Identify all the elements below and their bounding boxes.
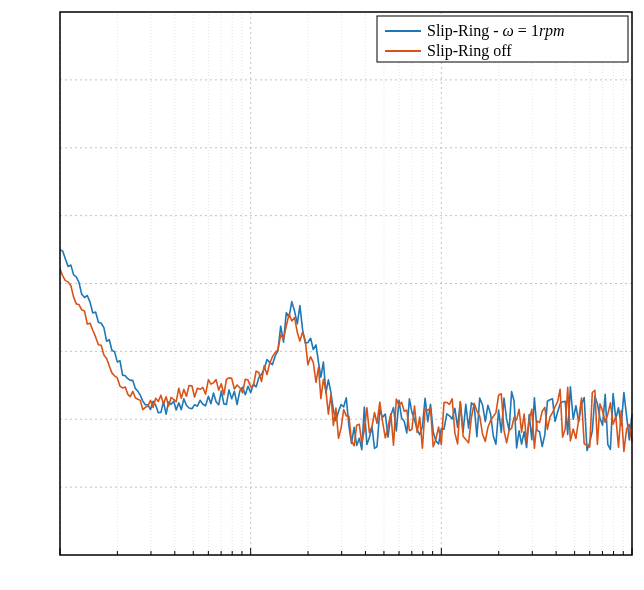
series-line-2: [60, 269, 632, 451]
legend-label: Slip-Ring - ω = 1rpm: [427, 22, 565, 40]
legend-label: Slip-Ring off: [427, 42, 512, 60]
